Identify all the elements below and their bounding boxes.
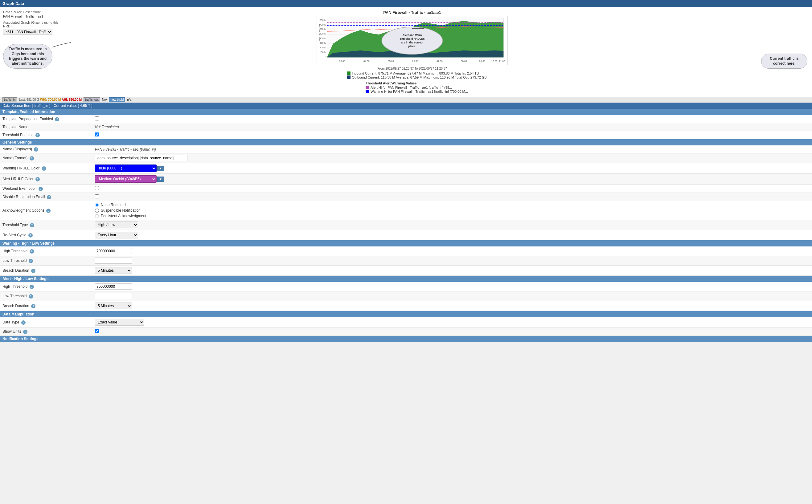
alert-breach-duration-help[interactable]: ? [31,304,35,308]
threshold-enabled-help[interactable]: ? [35,133,40,137]
warning-breach-duration-select[interactable]: 5 Minutes 10 Minutes 15 Minutes [95,267,132,274]
name-format-input[interactable] [95,155,187,161]
svg-text:04:00: 04:00 [363,60,369,63]
ack-none-item: None Required [95,203,810,207]
svg-text:300 M: 300 M [320,42,326,44]
warning-breach-duration-help[interactable]: ? [31,269,35,273]
warning-high-threshold-row: High Threshold ? [0,246,812,256]
traffic-in-last: Last: 581.00 G WHI: 700.00 M AHI: 850.00… [19,98,82,101]
ds-desc-label: Data Source Description: [3,10,65,14]
re-alert-cycle-row: Re-Alert Cycle ? Every Hour Every 30 Min… [0,230,812,240]
alert-high-threshold-input[interactable] [95,283,132,290]
annotation-left-bubble: Traffic is measured in Gigs here and thi… [3,44,52,69]
traffic-out-tag[interactable]: traffic_out [84,97,100,102]
name-format-label: Name (Format) [2,156,27,160]
warning-settings-table: High Threshold ? Low Threshold ? Breach … [0,246,812,276]
data-source-bar: Data Source Item [ traffic_in ] - Curren… [0,103,812,109]
inbound-legend-text: Inbound Current: 875.71 M Average: 627.4… [352,71,479,75]
graph-dropdown[interactable]: 4511 - PAN Firewall - Traffic - ae1/ae1 [3,29,52,35]
re-alert-cycle-select[interactable]: Every Hour Every 30 Minutes Every 2 Hour… [95,232,138,238]
svg-text:11:00: 11:00 [499,60,505,63]
general-settings-table: Name (Displayed) ? PAN Firewall - Traffi… [0,145,812,240]
alert-high-threshold-row: High Threshold ? [0,282,812,291]
template-prop-checkbox[interactable] [95,116,99,120]
warning-color-select[interactable]: blue (0000FF) [95,165,157,172]
data-type-label: Data Type [2,320,19,324]
template-enabled-table: Template Propagation Enabled ? Template … [0,115,812,139]
name-format-help[interactable]: ? [30,156,34,161]
outbound-legend-text: Outbound Current: 110.38 M Average: 67.5… [352,75,487,79]
svg-text:bits per second: bits per second [318,24,321,41]
show-units-help[interactable]: ? [23,330,27,334]
disable-restore-help[interactable]: ? [47,195,51,199]
disable-restore-checkbox[interactable] [95,194,99,198]
warning-hrule-help[interactable]: ? [42,166,46,171]
ack-persistent-radio[interactable] [95,214,99,218]
svg-text:place.: place. [408,45,416,48]
ack-persistent-label: Persistent Acknowledgment [101,214,146,218]
name-displayed-row: Name (Displayed) ? PAN Firewall - Traffi… [0,145,812,153]
threshold-type-help[interactable]: ? [30,223,34,227]
threshold-title: Threshold Alert/Warning Values [365,81,468,85]
threshold-enabled-checkbox[interactable] [95,132,99,136]
alert-color-select[interactable]: Medium Orchid (B048B5) [95,175,157,183]
rrd-tags-bar: traffic_in Last: 581.00 G WHI: 700.00 M … [0,97,812,103]
template-prop-label: Template Propagation Enabled [2,117,53,121]
warning-color-arrow[interactable]: ▼ [157,166,164,171]
center-panel: PAN Firewall - Traffic - ae1/ae1 800 M 7… [68,10,757,94]
warning-high-threshold-label: High Threshold [2,249,27,253]
data-source-bar-text: Data Source Item [ traffic_in ] - Curren… [2,104,92,108]
weekend-exemption-checkbox[interactable] [95,186,99,190]
svg-text:03:00: 03:00 [339,60,345,63]
warning-low-threshold-input[interactable] [95,258,132,264]
left-panel: Data Source Description: PAN Firewall - … [3,10,65,94]
warning-color-row: Warning HRULE Color ? blue (0000FF) ▼ [0,163,812,174]
title-bar: Graph Data [0,0,812,7]
warning-high-threshold-input[interactable] [95,248,132,254]
graph-svg: 800 M 700 M 600 M 500 M 400 M 300 M 200 … [316,16,508,65]
name-displayed-help[interactable]: ? [34,147,38,152]
alert-low-threshold-input[interactable] [95,293,132,299]
threshold-type-select[interactable]: High / Low High Only Low Only [95,222,138,228]
svg-text:100 M: 100 M [320,51,326,54]
re-alert-cycle-help[interactable]: ? [28,233,33,238]
svg-text:07:00: 07:00 [437,60,443,63]
weekend-exemption-label: Weekend Exemption [2,186,37,191]
section-data-manipulation: Data Manipulation [0,311,812,317]
traffic-in-label: traffic_in [4,98,16,101]
ack-options-help[interactable]: ? [46,209,51,213]
traffic-in-tag[interactable]: traffic_in [2,97,17,102]
data-type-help[interactable]: ? [21,320,26,325]
template-prop-row: Template Propagation Enabled ? [0,115,812,123]
warning-low-threshold-help[interactable]: ? [29,259,33,263]
data-type-select[interactable]: Exact Value Average Maximum [95,319,144,326]
ack-options-row: Acknowledgment Options ? None Required S… [0,201,812,220]
alert-threshold-text: Alert Hi for PAN Firewall - Traffic - ae… [370,86,452,89]
warning-high-threshold-help[interactable]: ? [30,249,34,254]
name-displayed-label: Name (Displayed) [2,147,32,151]
svg-text:08:00: 08:00 [461,60,467,63]
alert-hrule-help[interactable]: ? [35,177,40,181]
svg-text:are in the correct: are in the correct [401,41,423,44]
ack-persistent-item: Persistent Acknowledgment [95,214,810,218]
new-thold-tag[interactable]: new thold [109,97,125,102]
disable-restore-label: Disable Restoration Email [2,195,45,199]
show-units-checkbox[interactable] [95,329,99,333]
right-annotation-container: Current traffic is correct here. [760,10,809,94]
ack-suspendible-radio[interactable] [95,209,99,213]
weekend-exemption-help[interactable]: ? [39,187,43,191]
warning-hrule-label: Warning HRULE Color [2,166,39,170]
template-prop-help[interactable]: ? [55,117,59,121]
traffic-out-value: N/A [102,98,107,101]
alert-color-arrow[interactable]: ▼ [157,177,164,182]
alert-hrule-label: Alert HRULE Color [2,177,34,181]
alert-high-threshold-help[interactable]: ? [30,285,34,289]
alert-breach-duration-select[interactable]: 5 Minutes 10 Minutes 15 Minutes [95,303,132,309]
alert-low-threshold-help[interactable]: ? [29,294,33,299]
alert-breach-duration-label: Breach Duration [2,304,29,308]
graph-legend: Inbound Current: 875.71 M Average: 627.4… [337,71,487,79]
svg-text:200 M: 200 M [320,46,326,49]
warning-threshold-item: Warning Hi for PAN Firewall - Traffic - … [365,90,468,93]
ack-none-radio[interactable] [95,203,99,207]
ack-none-label: None Required [101,203,126,207]
